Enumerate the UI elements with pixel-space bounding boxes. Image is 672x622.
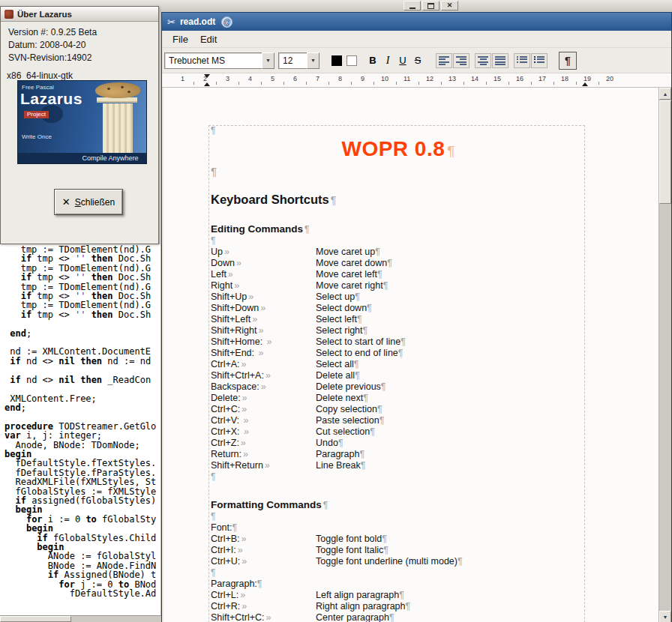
scroll-down-button[interactable]: ▼	[659, 611, 671, 622]
numbered-list-button[interactable]	[531, 53, 548, 68]
maximize-icon	[428, 3, 434, 9]
font-size-value[interactable]: 12	[278, 52, 307, 69]
right-indent-marker[interactable]	[582, 82, 588, 86]
shortcut-row: Down»Move caret down¶	[211, 258, 586, 269]
align-right-button[interactable]	[453, 53, 470, 68]
shortcut-key: Ctrl+R:»	[211, 601, 316, 612]
font-family-combo[interactable]: Trebuchet MS ▼	[164, 52, 274, 69]
shortcut-row: Shift+Ctrl+A:»Delete all¶	[211, 370, 586, 381]
wopr-titlebar[interactable]: ✂ read.odt @	[162, 13, 671, 31]
minimize-button[interactable]	[404, 1, 421, 10]
ruler-tick	[284, 82, 284, 85]
font-family-value[interactable]: Trebuchet MS	[164, 52, 262, 69]
pilcrow-mark: ¶	[211, 235, 215, 246]
about-titlebar[interactable]: Über Lazarus	[1, 7, 158, 22]
shortcut-row: Ctrl+C:»Copy selection¶	[211, 404, 586, 415]
ruler-number: 12	[426, 75, 434, 82]
code-line: fDefaultStyle.fTextStyles.	[4, 459, 160, 468]
shortcut-row: Ctrl+X: »Cut selection¶	[211, 426, 586, 438]
down-arrow-icon: ▼	[663, 615, 668, 620]
font-size-dropdown-button[interactable]: ▼	[307, 52, 320, 69]
pilcrow-mark: ¶	[211, 471, 215, 482]
ruler-number: 6	[293, 75, 297, 82]
shortcut-description: Select to end of line¶	[316, 348, 404, 359]
bullet-list-button[interactable]	[514, 53, 530, 68]
shortcut-row: Return:»Paragraph¶	[211, 449, 586, 460]
shortcut-key: Shift+Right»	[211, 325, 316, 336]
logo-bottom-band: Compile Anywhere	[18, 153, 146, 163]
pilcrow-mark: ¶	[304, 224, 309, 235]
ruler-number: 19	[584, 75, 591, 82]
schliessen-button[interactable]: ✕ Schließen	[54, 189, 123, 215]
strikethrough-button[interactable]: S	[410, 52, 425, 69]
shortcut-list: Up»Move caret up¶Down»Move caret down¶Le…	[211, 247, 586, 471]
document-area[interactable]: ¶WOPR 0.8¶¶Keyboard Shortcuts¶Editing Co…	[164, 88, 660, 622]
shortcut-row: Ctrl+A:»Select all¶	[211, 359, 586, 370]
ruler-number: 9	[361, 75, 364, 82]
ruler-number: 17	[538, 75, 546, 82]
ruler-tick	[216, 82, 217, 85]
shortcut-key: Down»	[211, 258, 316, 269]
align-center-button[interactable]	[475, 53, 491, 68]
pilcrow-mark: ¶	[338, 438, 344, 448]
shortcut-description: Select to start of line¶	[316, 336, 406, 348]
wopr-window: ✂ read.odt @ File Edit Trebuchet MS ▼ 12…	[161, 12, 672, 622]
font-size-combo[interactable]: 12 ▼	[278, 52, 320, 69]
shortcut-description: Select up¶	[316, 292, 360, 303]
tab-mark: »	[252, 314, 257, 324]
font-family-dropdown-button[interactable]: ▼	[262, 52, 274, 69]
doc-title: WOPR 0.8¶	[211, 136, 586, 162]
menu-file[interactable]: File	[166, 32, 194, 46]
show-formatting-marks-button[interactable]: ¶	[559, 52, 577, 70]
shortcut-key: Ctrl+A:»	[211, 359, 316, 370]
shortcut-key: Delete:»	[211, 393, 316, 404]
tab-mark: »	[236, 258, 242, 268]
revision-label: SVN-Revision:14902	[8, 52, 158, 64]
ruler[interactable]: 1234567891011121314151617181920	[162, 73, 671, 88]
lazarus-logo-image: Free Pascal Lazarus Project Write Once C…	[17, 80, 147, 164]
shortcut-key: Backspace:»	[211, 381, 316, 393]
align-right-icon	[456, 56, 466, 65]
ruler-scale: 1234567891011121314151617181920	[162, 73, 671, 87]
code-line: if nd <> nil then _ReadCon	[4, 375, 160, 384]
shortcut-key: Shift+Home: »	[211, 336, 316, 348]
code-editor-hscrollbar[interactable]	[0, 615, 161, 622]
doc-blank: ¶	[211, 235, 586, 247]
pilcrow-mark: ¶	[211, 567, 215, 578]
left-indent-marker[interactable]	[204, 82, 210, 86]
column-graphic	[103, 103, 133, 153]
hscrollbar-thumb[interactable]	[0, 616, 71, 622]
lazarus-window-icon	[4, 10, 14, 19]
up-arrow-icon: ▲	[663, 91, 668, 97]
code-editor[interactable]: tmp := TDomElement(nd).G if tmp <> '' th…	[0, 244, 161, 615]
pilcrow-mark: ¶	[232, 522, 238, 533]
shortcut-key: Shift+Up»	[211, 292, 316, 303]
menu-edit[interactable]: Edit	[194, 32, 223, 46]
ruler-number: 14	[471, 75, 478, 82]
pilcrow-mark: ¶	[354, 359, 359, 369]
ruler-tick	[554, 82, 554, 85]
text-color-white-button[interactable]	[344, 52, 359, 69]
text-color-black-button[interactable]	[329, 52, 344, 69]
code-line: fDefaultStyle.Ad	[4, 589, 160, 598]
tab-mark: »	[242, 393, 248, 403]
shortcut-key: Shift+Ctrl+C:»	[211, 612, 316, 622]
first-line-indent-marker[interactable]	[204, 74, 210, 78]
scrollbar-thumb[interactable]	[659, 100, 671, 204]
close-button[interactable]: ✕	[441, 1, 458, 10]
scroll-up-button[interactable]: ▲	[659, 88, 671, 100]
maximize-button[interactable]	[422, 1, 440, 10]
tab-mark: »	[265, 460, 270, 471]
ruler-tick	[576, 82, 577, 85]
ruler-number: 5	[271, 75, 274, 82]
doc-text: Font:	[211, 522, 232, 533]
shortcut-description: Select left¶	[316, 314, 362, 325]
pilcrow-mark: ¶	[331, 194, 337, 206]
about-lazarus-window: Über Lazarus Version #: 0.9.25 Beta Datu…	[0, 6, 159, 244]
underline-button[interactable]: U	[395, 52, 410, 69]
italic-button[interactable]: I	[380, 52, 395, 69]
vertical-scrollbar[interactable]: ▲ ▼	[658, 88, 671, 622]
align-justify-button[interactable]	[492, 53, 508, 68]
bold-button[interactable]: B	[365, 52, 380, 69]
align-left-button[interactable]	[436, 53, 452, 68]
